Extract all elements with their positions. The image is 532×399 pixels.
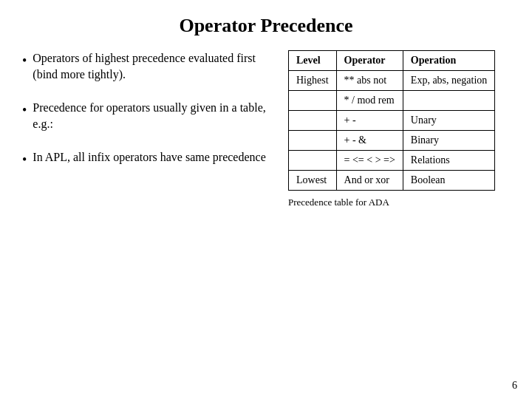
page: Operator Precedence • Operators of highe… — [0, 0, 532, 399]
bullet-text-3: In APL, all infix operators have same pr… — [33, 149, 265, 166]
table-row: * / mod rem — [289, 91, 495, 111]
bullet-item-1: • Operators of highest precedence evalua… — [22, 50, 273, 83]
bullet-dot-3: • — [22, 151, 27, 169]
bullet-item-3: • In APL, all infix operators have same … — [22, 149, 273, 169]
table-row: + -Unary — [289, 111, 495, 131]
bullet-item-2: • Precedence for operators usually given… — [22, 100, 273, 133]
table-cell — [289, 131, 337, 151]
table-cell: + - & — [336, 131, 403, 151]
table-cell: Unary — [403, 111, 494, 131]
table-cell: Binary — [403, 131, 494, 151]
table-cell — [289, 91, 337, 111]
right-panel: LevelOperatorOperationHighest** abs notE… — [288, 50, 510, 208]
table-cell: Highest — [289, 71, 337, 91]
table-cell: Exp, abs, negation — [403, 71, 494, 91]
bullet-dot-1: • — [22, 52, 27, 70]
table-cell: Lowest — [289, 171, 337, 191]
table-cell: ** abs not — [336, 71, 403, 91]
bullet-text-2: Precedence for operators usually given i… — [33, 100, 273, 133]
table-cell: = <= < > => — [336, 151, 403, 171]
table-header-cell: Level — [289, 51, 337, 71]
table-header-cell: Operator — [336, 51, 403, 71]
table-cell — [289, 111, 337, 131]
content-area: • Operators of highest precedence evalua… — [22, 50, 510, 208]
page-title: Operator Precedence — [22, 15, 510, 37]
precedence-table: LevelOperatorOperationHighest** abs notE… — [288, 50, 495, 191]
table-header-cell: Operation — [403, 51, 494, 71]
table-caption: Precedence table for ADA — [288, 197, 389, 208]
bullet-text-1: Operators of highest precedence evaluate… — [33, 50, 273, 83]
table-cell — [289, 151, 337, 171]
table-row: LowestAnd or xorBoolean — [289, 171, 495, 191]
bullets-section: • Operators of highest precedence evalua… — [22, 50, 273, 185]
table-cell: * / mod rem — [336, 91, 403, 111]
page-number: 6 — [512, 380, 517, 392]
table-cell: Relations — [403, 151, 494, 171]
table-cell: + - — [336, 111, 403, 131]
bullet-dot-2: • — [22, 101, 27, 120]
table-cell: And or xor — [336, 171, 403, 191]
table-row: + - &Binary — [289, 131, 495, 151]
table-cell: Boolean — [403, 171, 494, 191]
table-row: = <= < > =>Relations — [289, 151, 495, 171]
table-row: Highest** abs notExp, abs, negation — [289, 71, 495, 91]
table-cell — [403, 91, 494, 111]
